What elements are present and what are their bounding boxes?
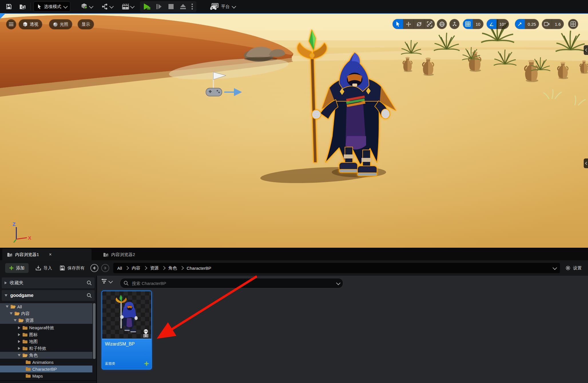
blueprints-dropdown[interactable] (99, 3, 115, 10)
breadcrumb-item-characterbp[interactable]: CharacterBP (187, 266, 211, 271)
rotate-tool-button[interactable] (414, 19, 424, 29)
scale-tool-button[interactable] (424, 19, 435, 29)
tab-content-browser-1[interactable]: 内容浏览器1 × (2, 249, 92, 260)
select-cursor-icon (396, 21, 400, 27)
breadcrumb-separator-icon (162, 266, 166, 270)
tree-item-content[interactable]: 内容 (0, 310, 92, 317)
breadcrumb-item-content[interactable]: 内容 (132, 265, 140, 271)
content-browser-icon (103, 252, 109, 257)
folder-icon (22, 326, 28, 330)
camera-speed-control[interactable]: 1.6 (542, 19, 564, 29)
add-actor-dropdown[interactable] (78, 3, 95, 10)
breadcrumb-separator-icon (180, 266, 184, 270)
import-button[interactable]: 导入 (33, 263, 55, 273)
tree-item-characterbp[interactable]: CharacterBP (0, 366, 92, 372)
viewport-menu-button[interactable] (6, 19, 16, 29)
breadcrumb-item-assets[interactable]: 资源 (150, 265, 159, 271)
transform-tools (393, 19, 435, 29)
cinematics-dropdown[interactable] (120, 3, 136, 10)
viewport-lit-dropdown[interactable]: 光照 (49, 19, 72, 29)
tree-item-animations[interactable]: Animations (0, 359, 92, 366)
tree-item-maps[interactable]: Maps (0, 372, 92, 379)
select-tool-button[interactable] (393, 19, 403, 29)
tree-item-niagara-fx[interactable]: Neagara特效 (0, 324, 92, 331)
tree-item-maps-cn[interactable]: 地图 (0, 338, 92, 345)
tree-label: Neagara特效 (29, 325, 54, 331)
search-icon[interactable] (87, 280, 92, 285)
asset-tile-wizardsm-bp[interactable]: WizardSM_BP 蓝图类 + (102, 291, 152, 370)
search-icon[interactable] (87, 293, 92, 298)
breadcrumb-item-character[interactable]: 角色 (168, 265, 177, 271)
stop-button[interactable] (165, 2, 177, 11)
platform-dropdown[interactable]: 平台 (210, 3, 235, 10)
select-mode-dropdown[interactable]: 选项模式 (33, 1, 70, 12)
breadcrumb: All 内容 资源 角色 CharacterBP (113, 263, 560, 273)
play-options-kebab-icon[interactable] (189, 2, 195, 11)
scale-snap-control[interactable]: 0.25 (515, 19, 539, 29)
save-icon[interactable] (4, 2, 14, 11)
level-viewport[interactable]: Z X 透视 光照 显示 (0, 13, 588, 248)
viewport-perspective-dropdown[interactable]: 透视 (19, 19, 42, 29)
toolbar-divider (30, 3, 31, 10)
surface-snapping-button[interactable] (450, 19, 459, 29)
tree-item-particle-fx[interactable]: 粒子特效 (0, 345, 92, 352)
folder-open-icon (14, 311, 20, 316)
rotate-icon (416, 21, 422, 27)
forward-button[interactable] (101, 264, 109, 272)
asset-thumbnail (102, 291, 151, 339)
folder-open-icon (10, 304, 16, 309)
viewport-show-dropdown[interactable]: 显示 (78, 19, 94, 29)
favorites-label: 收藏夹 (10, 280, 23, 286)
sidebar-expand-tab-2[interactable] (584, 158, 588, 168)
world-space-toggle[interactable] (437, 19, 447, 29)
grid-snap-control[interactable]: 10 (463, 19, 483, 29)
tree-scrollbar[interactable] (93, 303, 96, 359)
tab-content-browser-2[interactable]: 内容浏览器2 (98, 249, 140, 260)
settings-button[interactable]: 设置 (565, 265, 582, 271)
lit-label: 光照 (60, 22, 68, 27)
eject-button[interactable] (177, 2, 189, 11)
tree-item-assets[interactable]: 资源 (0, 317, 92, 324)
save-all-label: 保存所有 (67, 265, 85, 271)
tab-label: 内容浏览器2 (111, 252, 135, 257)
show-label: 显示 (82, 22, 90, 27)
content-browser-icon[interactable] (18, 2, 27, 11)
close-icon[interactable]: × (49, 252, 51, 257)
asset-type-label: 蓝图类 (105, 361, 115, 366)
filter-button[interactable] (101, 279, 112, 284)
breadcrumb-chevron-down-icon[interactable] (553, 265, 557, 270)
import-icon (35, 265, 41, 271)
collection-section[interactable]: goodgame (2, 290, 95, 301)
chevron-down-icon (108, 279, 113, 283)
svg-text:X: X (28, 235, 31, 241)
caret-right-icon (5, 281, 7, 284)
back-button[interactable] (90, 264, 98, 272)
folder-open-icon (18, 318, 24, 323)
asset-search[interactable] (120, 278, 343, 288)
frame-skip-button[interactable] (153, 2, 165, 11)
move-tool-button[interactable] (403, 19, 414, 29)
chevron-down-icon (130, 4, 135, 9)
tree-item-icons[interactable]: 图标 (0, 331, 92, 338)
breadcrumb-item-all[interactable]: All (117, 266, 122, 271)
tree-label: CharacterBP (32, 367, 57, 372)
favorites-section[interactable]: 收藏夹 (2, 277, 95, 288)
caret-down-icon (14, 319, 17, 322)
add-label: 添加 (16, 265, 25, 271)
search-input[interactable] (131, 281, 334, 286)
tree-item-character[interactable]: 角色 (0, 352, 92, 359)
play-button[interactable] (141, 2, 153, 11)
favorite-plus-icon[interactable]: + (144, 359, 149, 368)
add-cube-icon (81, 3, 88, 10)
tree-item-all[interactable]: All (0, 303, 92, 310)
caret-down-icon (10, 312, 13, 315)
save-all-button[interactable]: 保存所有 (57, 263, 88, 273)
folder-tree: All 内容 资源 Neagara特效 图标 地图 (0, 302, 96, 383)
rotation-snap-control[interactable]: 10° (487, 19, 509, 29)
maximize-viewport-button[interactable] (568, 19, 578, 29)
add-button[interactable]: 添加 (5, 263, 29, 273)
breadcrumb-separator-icon (143, 266, 147, 270)
sidebar-expand-tab[interactable] (584, 45, 588, 55)
skeletal-mesh-icon (142, 329, 150, 338)
caret-right-icon (18, 340, 20, 343)
